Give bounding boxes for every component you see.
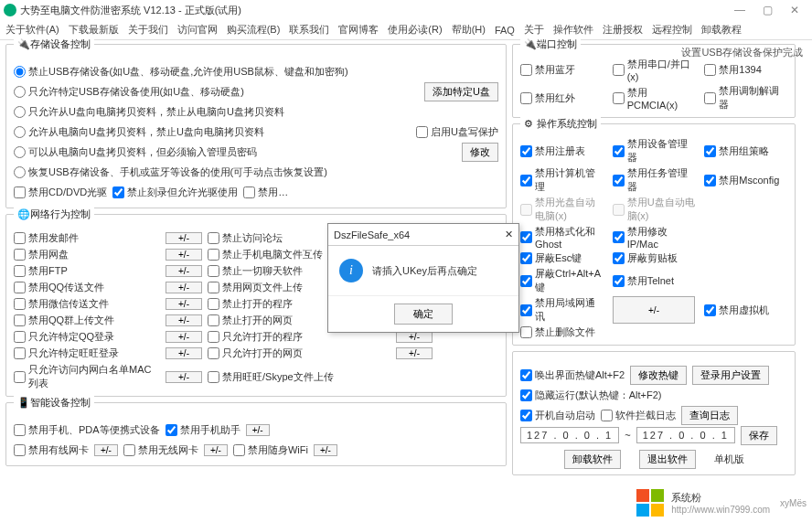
pm-button[interactable]: +/- bbox=[166, 298, 202, 310]
chk-port[interactable] bbox=[613, 64, 625, 76]
chk-net[interactable] bbox=[14, 371, 26, 383]
menu-item[interactable]: 注册授权 bbox=[603, 23, 643, 37]
chk-net[interactable] bbox=[208, 347, 219, 359]
chk-os[interactable] bbox=[520, 231, 532, 243]
chk-os[interactable] bbox=[704, 145, 716, 157]
minimize-button[interactable]: — bbox=[726, 4, 753, 16]
chk-os[interactable] bbox=[613, 175, 625, 186]
chk-net[interactable] bbox=[14, 298, 26, 310]
chk-assist[interactable] bbox=[166, 424, 177, 436]
chk-os[interactable] bbox=[704, 304, 716, 316]
chk-autostart[interactable] bbox=[520, 410, 532, 421]
chk-net[interactable] bbox=[14, 249, 26, 261]
chk-net[interactable] bbox=[208, 331, 219, 343]
chk-port[interactable] bbox=[704, 92, 716, 104]
chk-burn[interactable] bbox=[112, 186, 124, 198]
chk-net[interactable] bbox=[14, 331, 26, 343]
chk-net[interactable] bbox=[208, 249, 219, 261]
chk-pda[interactable] bbox=[14, 424, 26, 436]
chk-wifi[interactable] bbox=[123, 444, 135, 456]
user-settings-button[interactable]: 登录用户设置 bbox=[692, 366, 769, 385]
radio-allow-specific[interactable] bbox=[14, 86, 26, 98]
query-log-button[interactable]: 查询日志 bbox=[681, 406, 738, 425]
radio-need-pwd[interactable] bbox=[14, 146, 26, 158]
chk-os[interactable] bbox=[520, 145, 532, 157]
chk-os[interactable] bbox=[520, 304, 532, 316]
chk-os[interactable] bbox=[613, 231, 625, 243]
exit-button[interactable]: 退出软件 bbox=[639, 450, 696, 469]
menu-item[interactable]: 使用必读(R) bbox=[388, 23, 442, 37]
chk-os[interactable] bbox=[613, 275, 625, 287]
chk-os[interactable] bbox=[613, 145, 625, 157]
chk-hide[interactable] bbox=[520, 389, 532, 401]
menu-item[interactable]: 帮助(H) bbox=[452, 23, 486, 37]
ip-start[interactable]: 127 . 0 . 0 . 1 bbox=[520, 427, 619, 443]
uninstall-button[interactable]: 卸载软件 bbox=[564, 450, 621, 469]
chk-port[interactable] bbox=[613, 92, 625, 104]
chk-blocklog[interactable] bbox=[601, 410, 613, 421]
chk-net[interactable] bbox=[14, 347, 26, 359]
chk-net[interactable] bbox=[14, 282, 26, 293]
menu-item[interactable]: 官网博客 bbox=[338, 23, 379, 37]
save-button[interactable]: 保存 bbox=[741, 426, 777, 445]
menu-item[interactable]: 关于软件(A) bbox=[5, 23, 59, 37]
pm-button[interactable]: +/- bbox=[166, 282, 202, 293]
menu-item[interactable]: 卸载教程 bbox=[701, 23, 742, 37]
chk-net[interactable] bbox=[14, 232, 26, 244]
chk-net[interactable] bbox=[208, 371, 219, 383]
chk-os[interactable] bbox=[520, 275, 532, 287]
pm-button[interactable]: +/- bbox=[166, 265, 202, 277]
menu-item[interactable]: 操作软件 bbox=[553, 23, 593, 37]
chk-net[interactable] bbox=[208, 298, 219, 310]
pm-button[interactable]: +/- bbox=[166, 249, 202, 261]
menu-item[interactable]: 购买流程(B) bbox=[227, 23, 281, 37]
menu-item[interactable]: 远程控制 bbox=[652, 23, 692, 37]
chk-write-protect[interactable] bbox=[416, 126, 428, 138]
chk-net[interactable] bbox=[208, 314, 219, 326]
pm-button[interactable]: +/- bbox=[166, 232, 202, 244]
chk-net[interactable] bbox=[208, 232, 219, 244]
menu-item[interactable]: 关于 bbox=[524, 23, 544, 37]
pm-button[interactable]: +/- bbox=[166, 331, 202, 343]
ip-end[interactable]: 127 . 0 . 0 . 1 bbox=[636, 427, 735, 443]
radio-pc-to-u[interactable] bbox=[14, 126, 26, 138]
menu-item[interactable]: 联系我们 bbox=[289, 23, 329, 37]
maximize-button[interactable]: ▢ bbox=[753, 4, 781, 16]
pm-button[interactable]: +/- bbox=[166, 347, 202, 359]
modify-pwd-button[interactable]: 修改 bbox=[462, 143, 498, 162]
chk-os[interactable] bbox=[704, 175, 716, 186]
chk-extra[interactable] bbox=[243, 186, 255, 198]
chk-cd[interactable] bbox=[14, 186, 26, 198]
modal-ok-button[interactable]: 确定 bbox=[394, 304, 453, 325]
radio-restore[interactable] bbox=[14, 166, 26, 178]
menu-item[interactable]: 下载最新版 bbox=[69, 23, 119, 37]
pm-hiddenwifi[interactable]: +/- bbox=[314, 444, 337, 456]
radio-disable-usb[interactable] bbox=[14, 66, 26, 78]
modal-close-icon[interactable]: ✕ bbox=[505, 229, 513, 240]
pm-button[interactable]: +/- bbox=[166, 371, 202, 383]
chk-hotkey[interactable] bbox=[520, 369, 532, 381]
chk-net[interactable] bbox=[14, 314, 26, 326]
chk-os[interactable] bbox=[613, 252, 625, 264]
radio-u-to-pc[interactable] bbox=[14, 106, 26, 118]
chk-os[interactable] bbox=[520, 252, 532, 264]
chk-os[interactable] bbox=[520, 175, 532, 186]
modify-hotkey-button[interactable]: 修改热键 bbox=[630, 366, 687, 385]
pm-button[interactable]: +/- bbox=[166, 314, 202, 326]
pm-wifi[interactable]: +/- bbox=[204, 444, 228, 456]
close-button[interactable]: ✕ bbox=[781, 4, 808, 16]
chk-port[interactable] bbox=[520, 92, 532, 104]
chk-port[interactable] bbox=[704, 64, 716, 76]
menu-item[interactable]: 访问官网 bbox=[177, 23, 218, 37]
chk-net[interactable] bbox=[208, 265, 219, 277]
menu-item[interactable]: 关于我们 bbox=[128, 23, 168, 37]
chk-port[interactable] bbox=[520, 64, 532, 76]
chk-hiddenwifi[interactable] bbox=[233, 444, 245, 456]
pm-button[interactable]: +/- bbox=[396, 347, 433, 359]
chk-net[interactable] bbox=[14, 265, 26, 277]
chk-wired[interactable] bbox=[14, 444, 26, 456]
pm-button[interactable]: +/- bbox=[613, 296, 696, 324]
menu-item[interactable]: FAQ bbox=[495, 25, 515, 36]
pm-wired[interactable]: +/- bbox=[94, 444, 118, 456]
chk-os[interactable] bbox=[520, 326, 532, 338]
